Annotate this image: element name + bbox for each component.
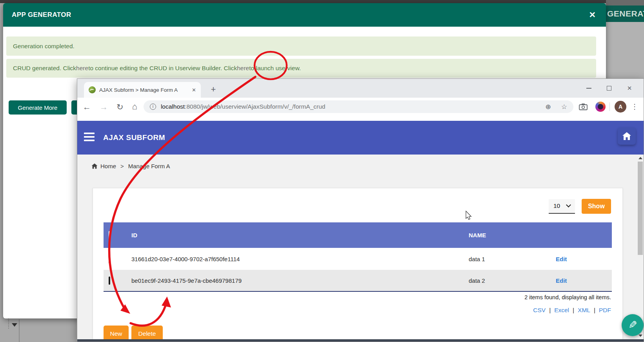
page-scrollbar[interactable] — [637, 155, 644, 339]
alert-crud-generated: CRUD generated. Click here to continue e… — [6, 59, 596, 78]
show-button[interactable]: Show — [582, 199, 611, 214]
app-title: AJAX SUBFORM — [103, 121, 165, 155]
cell-id: be01ec9f-2493-4175-9e7a-cbe469798179 — [126, 277, 469, 284]
dialog-title: APP GENERATOR — [12, 3, 71, 27]
window-controls: ✕ — [579, 79, 640, 98]
export-excel-link[interactable]: Excel — [554, 307, 569, 313]
screen: GENERATE APP GENERATOR ✕ Generation comp… — [0, 0, 644, 342]
delete-button[interactable]: Delete — [131, 326, 163, 339]
tab-close-icon[interactable]: ✕ — [192, 87, 196, 93]
home-icon — [622, 132, 631, 140]
page-size-select[interactable]: 10 — [549, 199, 575, 214]
reload-icon[interactable]: ↻ — [116, 103, 124, 111]
url-host: localhost — [161, 103, 185, 110]
breadcrumb-home[interactable]: Home — [100, 163, 116, 169]
alert-text: Generation completed. — [13, 43, 75, 50]
forward-icon[interactable]: → — [100, 103, 108, 111]
row-checkbox[interactable] — [109, 277, 110, 285]
pencil-icon: ✎ — [628, 319, 637, 331]
browser-bottom-edge — [77, 339, 644, 342]
column-header-id[interactable]: ID — [126, 232, 469, 238]
table-header-row: ID NAME — [104, 222, 612, 248]
page-viewport: AJAX SUBFORM Home > Manage Form A 10 Sho… — [77, 116, 644, 339]
url-path: :8080/jw/web/userview/AjaxSubform/v/_/fo… — [185, 103, 325, 110]
url-bar[interactable]: i localhost:8080/jw/web/userview/AjaxSub… — [144, 100, 573, 113]
browser-tab[interactable]: AJAX Subform > Manage Form A ✕ — [84, 82, 201, 98]
breadcrumb: Home > Manage Form A — [91, 163, 170, 169]
window-close-icon[interactable]: ✕ — [619, 79, 640, 98]
cell-name: data 1 — [469, 256, 553, 262]
desktop-dotted-guide — [8, 318, 9, 329]
background-window-title: GENERATE — [606, 5, 644, 22]
edit-link[interactable]: Edit — [553, 277, 612, 284]
cell-name: data 2 — [469, 277, 553, 284]
link-edit-crud-here[interactable]: here — [76, 65, 88, 72]
select-all-checkbox[interactable] — [109, 231, 110, 239]
zoom-icon[interactable]: ⊕ — [546, 103, 551, 111]
joget-favicon-icon — [89, 86, 96, 93]
background-window-body — [606, 22, 644, 78]
breadcrumb-home-icon — [91, 163, 98, 169]
page-size-value: 10 — [553, 202, 560, 209]
maximize-icon[interactable] — [599, 79, 619, 98]
export-links: CSV|Excel|XML|PDF — [533, 307, 611, 314]
scroll-down-icon[interactable] — [639, 335, 642, 337]
edit-link[interactable]: Edit — [553, 256, 612, 262]
app-home-button[interactable] — [618, 127, 636, 145]
alert-text-part: to launch userview. — [249, 65, 301, 72]
breadcrumb-current: Manage Form A — [128, 163, 170, 169]
colorful-extension-icon[interactable] — [595, 102, 606, 112]
minimize-icon[interactable] — [579, 79, 599, 98]
page-top-strip — [77, 116, 644, 121]
new-tab-icon[interactable]: + — [207, 82, 219, 98]
browser-addressbar: ← → ↻ ⌂ i localhost:8080/jw/web/userview… — [77, 98, 644, 116]
url-text: localhost:8080/jw/web/userview/AjaxSubfo… — [161, 103, 535, 110]
alert-text-part: CRUD generated. Click — [13, 65, 76, 72]
export-xml-link[interactable]: XML — [578, 307, 590, 313]
generate-more-button[interactable]: Generate More — [9, 100, 67, 115]
table-row[interactable]: be01ec9f-2493-4175-9e7a-cbe469798179 dat… — [104, 270, 612, 292]
data-table: ID NAME 31661d20-03e7-4000-9702-a7f650fe… — [104, 222, 612, 292]
table-row[interactable]: 31661d20-03e7-4000-9702-a7f650fe1114 dat… — [104, 248, 612, 270]
dialog-header: APP GENERATOR ✕ — [3, 3, 606, 27]
browser-home-icon[interactable]: ⌂ — [132, 102, 137, 111]
bookmark-star-icon[interactable]: ☆ — [561, 103, 567, 111]
new-button[interactable]: New — [104, 326, 129, 339]
browser-tabstrip: AJAX Subform > Manage Form A ✕ + ✕ — [77, 79, 644, 98]
link-launch-userview-here[interactable]: here — [237, 65, 249, 72]
export-csv-link[interactable]: CSV — [533, 307, 546, 313]
crud-list-card: 10 Show ID NAME 31661d20-03e7-4000-9702 — [93, 188, 623, 339]
breadcrumb-separator: > — [120, 163, 124, 169]
app-header: AJAX SUBFORM — [77, 121, 644, 155]
scroll-up-icon[interactable] — [639, 157, 642, 159]
profile-avatar[interactable]: A — [615, 101, 626, 113]
desktop-divider — [19, 319, 20, 342]
row-checkbox[interactable] — [109, 255, 110, 263]
cell-id: 31661d20-03e7-4000-9702-a7f650fe1114 — [126, 256, 469, 262]
page-info-icon[interactable]: i — [150, 104, 156, 110]
list-toolbar: 10 Show — [549, 199, 611, 214]
browser-window: AJAX Subform > Manage Form A ✕ + ✕ ← → ↻… — [77, 78, 644, 342]
items-summary: 2 items found, displaying all items. — [524, 294, 611, 300]
toolbar-divider — [609, 102, 610, 111]
background-window: GENERATE — [606, 0, 644, 78]
alert-generation-completed: Generation completed. — [6, 36, 596, 56]
edit-userview-fab[interactable]: ✎ — [622, 314, 644, 336]
list-action-buttons: New Delete — [104, 326, 163, 339]
menu-hamburger-icon[interactable] — [84, 133, 95, 143]
close-icon[interactable]: ✕ — [589, 3, 596, 27]
column-header-name[interactable]: NAME — [469, 232, 553, 238]
browser-menu-icon[interactable]: ⋮ — [631, 102, 638, 111]
chevron-down-icon — [566, 202, 571, 207]
camera-extension-icon[interactable] — [579, 103, 588, 110]
screen-top-edge — [0, 0, 644, 3]
desktop-dropdown-caret-icon[interactable] — [12, 323, 17, 327]
export-pdf-link[interactable]: PDF — [599, 307, 611, 313]
alert-text-part: to continue editing the CRUD in Userview… — [88, 65, 237, 72]
tab-title: AJAX Subform > Manage Form A — [99, 87, 189, 93]
scrollbar-thumb[interactable] — [638, 162, 643, 255]
back-icon[interactable]: ← — [83, 103, 91, 111]
